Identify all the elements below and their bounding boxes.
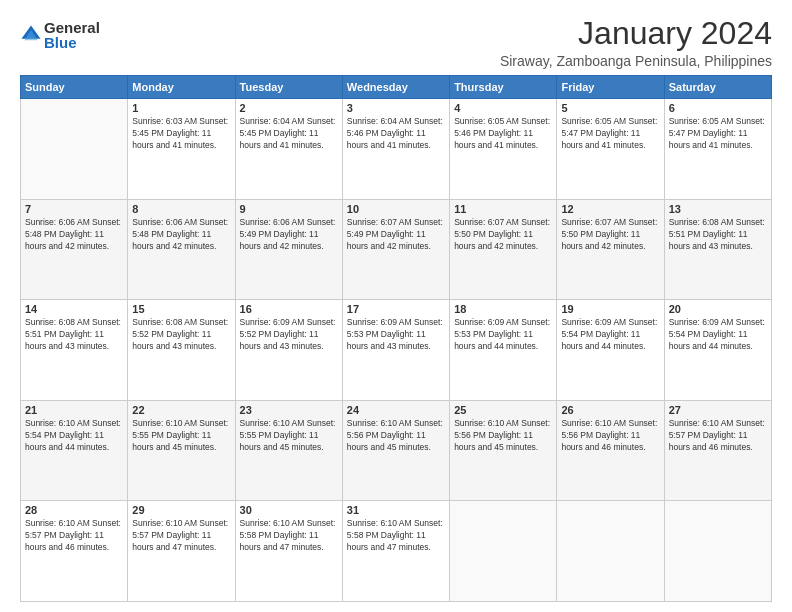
calendar-day-cell: 6Sunrise: 6:05 AM Sunset: 5:47 PM Daylig…	[664, 99, 771, 200]
day-detail: Sunrise: 6:10 AM Sunset: 5:55 PM Dayligh…	[240, 418, 338, 454]
day-detail: Sunrise: 6:05 AM Sunset: 5:46 PM Dayligh…	[454, 116, 552, 152]
day-number: 6	[669, 102, 767, 114]
day-detail: Sunrise: 6:10 AM Sunset: 5:55 PM Dayligh…	[132, 418, 230, 454]
calendar-header-tuesday: Tuesday	[235, 76, 342, 99]
calendar-week-row: 21Sunrise: 6:10 AM Sunset: 5:54 PM Dayli…	[21, 400, 772, 501]
calendar-header-thursday: Thursday	[450, 76, 557, 99]
day-number: 23	[240, 404, 338, 416]
day-detail: Sunrise: 6:08 AM Sunset: 5:52 PM Dayligh…	[132, 317, 230, 353]
logo-general: General	[44, 20, 100, 35]
calendar-day-cell: 28Sunrise: 6:10 AM Sunset: 5:57 PM Dayli…	[21, 501, 128, 602]
calendar-day-cell	[664, 501, 771, 602]
logo-blue: Blue	[44, 35, 100, 50]
day-number: 7	[25, 203, 123, 215]
day-detail: Sunrise: 6:04 AM Sunset: 5:45 PM Dayligh…	[240, 116, 338, 152]
day-detail: Sunrise: 6:10 AM Sunset: 5:57 PM Dayligh…	[669, 418, 767, 454]
day-detail: Sunrise: 6:07 AM Sunset: 5:50 PM Dayligh…	[561, 217, 659, 253]
calendar-day-cell: 29Sunrise: 6:10 AM Sunset: 5:57 PM Dayli…	[128, 501, 235, 602]
calendar-day-cell: 25Sunrise: 6:10 AM Sunset: 5:56 PM Dayli…	[450, 400, 557, 501]
calendar-day-cell: 11Sunrise: 6:07 AM Sunset: 5:50 PM Dayli…	[450, 199, 557, 300]
day-detail: Sunrise: 6:04 AM Sunset: 5:46 PM Dayligh…	[347, 116, 445, 152]
day-detail: Sunrise: 6:03 AM Sunset: 5:45 PM Dayligh…	[132, 116, 230, 152]
calendar-day-cell: 18Sunrise: 6:09 AM Sunset: 5:53 PM Dayli…	[450, 300, 557, 401]
day-number: 24	[347, 404, 445, 416]
calendar-day-cell: 31Sunrise: 6:10 AM Sunset: 5:58 PM Dayli…	[342, 501, 449, 602]
location: Siraway, Zamboanga Peninsula, Philippine…	[500, 53, 772, 69]
calendar-day-cell: 17Sunrise: 6:09 AM Sunset: 5:53 PM Dayli…	[342, 300, 449, 401]
header: General Blue January 2024 Siraway, Zambo…	[20, 16, 772, 69]
day-number: 8	[132, 203, 230, 215]
calendar-day-cell: 14Sunrise: 6:08 AM Sunset: 5:51 PM Dayli…	[21, 300, 128, 401]
calendar-table: SundayMondayTuesdayWednesdayThursdayFrid…	[20, 75, 772, 602]
calendar-day-cell	[450, 501, 557, 602]
day-number: 3	[347, 102, 445, 114]
calendar-week-row: 28Sunrise: 6:10 AM Sunset: 5:57 PM Dayli…	[21, 501, 772, 602]
day-number: 27	[669, 404, 767, 416]
calendar-day-cell: 27Sunrise: 6:10 AM Sunset: 5:57 PM Dayli…	[664, 400, 771, 501]
day-number: 18	[454, 303, 552, 315]
calendar-header-sunday: Sunday	[21, 76, 128, 99]
page: General Blue January 2024 Siraway, Zambo…	[0, 0, 792, 612]
day-detail: Sunrise: 6:08 AM Sunset: 5:51 PM Dayligh…	[25, 317, 123, 353]
calendar-week-row: 7Sunrise: 6:06 AM Sunset: 5:48 PM Daylig…	[21, 199, 772, 300]
logo-text: General Blue	[44, 20, 100, 50]
calendar-header-saturday: Saturday	[664, 76, 771, 99]
calendar-header-friday: Friday	[557, 76, 664, 99]
day-number: 12	[561, 203, 659, 215]
day-detail: Sunrise: 6:06 AM Sunset: 5:48 PM Dayligh…	[132, 217, 230, 253]
calendar-day-cell: 22Sunrise: 6:10 AM Sunset: 5:55 PM Dayli…	[128, 400, 235, 501]
calendar-day-cell: 9Sunrise: 6:06 AM Sunset: 5:49 PM Daylig…	[235, 199, 342, 300]
day-number: 14	[25, 303, 123, 315]
calendar-day-cell: 7Sunrise: 6:06 AM Sunset: 5:48 PM Daylig…	[21, 199, 128, 300]
day-number: 16	[240, 303, 338, 315]
calendar-week-row: 1Sunrise: 6:03 AM Sunset: 5:45 PM Daylig…	[21, 99, 772, 200]
day-number: 1	[132, 102, 230, 114]
title-section: January 2024 Siraway, Zamboanga Peninsul…	[500, 16, 772, 69]
calendar-day-cell: 23Sunrise: 6:10 AM Sunset: 5:55 PM Dayli…	[235, 400, 342, 501]
calendar-day-cell: 26Sunrise: 6:10 AM Sunset: 5:56 PM Dayli…	[557, 400, 664, 501]
day-number: 22	[132, 404, 230, 416]
day-number: 13	[669, 203, 767, 215]
calendar-header-wednesday: Wednesday	[342, 76, 449, 99]
day-detail: Sunrise: 6:10 AM Sunset: 5:56 PM Dayligh…	[347, 418, 445, 454]
day-number: 5	[561, 102, 659, 114]
day-number: 4	[454, 102, 552, 114]
calendar-day-cell	[557, 501, 664, 602]
day-number: 2	[240, 102, 338, 114]
calendar-day-cell	[21, 99, 128, 200]
calendar-header-row: SundayMondayTuesdayWednesdayThursdayFrid…	[21, 76, 772, 99]
calendar-day-cell: 30Sunrise: 6:10 AM Sunset: 5:58 PM Dayli…	[235, 501, 342, 602]
day-detail: Sunrise: 6:05 AM Sunset: 5:47 PM Dayligh…	[561, 116, 659, 152]
day-number: 21	[25, 404, 123, 416]
day-number: 25	[454, 404, 552, 416]
calendar-week-row: 14Sunrise: 6:08 AM Sunset: 5:51 PM Dayli…	[21, 300, 772, 401]
day-detail: Sunrise: 6:09 AM Sunset: 5:53 PM Dayligh…	[347, 317, 445, 353]
day-number: 31	[347, 504, 445, 516]
calendar-day-cell: 21Sunrise: 6:10 AM Sunset: 5:54 PM Dayli…	[21, 400, 128, 501]
day-detail: Sunrise: 6:09 AM Sunset: 5:52 PM Dayligh…	[240, 317, 338, 353]
day-detail: Sunrise: 6:08 AM Sunset: 5:51 PM Dayligh…	[669, 217, 767, 253]
logo: General Blue	[20, 20, 100, 50]
day-detail: Sunrise: 6:10 AM Sunset: 5:57 PM Dayligh…	[25, 518, 123, 554]
calendar-day-cell: 2Sunrise: 6:04 AM Sunset: 5:45 PM Daylig…	[235, 99, 342, 200]
day-detail: Sunrise: 6:07 AM Sunset: 5:50 PM Dayligh…	[454, 217, 552, 253]
day-detail: Sunrise: 6:06 AM Sunset: 5:49 PM Dayligh…	[240, 217, 338, 253]
day-detail: Sunrise: 6:10 AM Sunset: 5:56 PM Dayligh…	[454, 418, 552, 454]
calendar-header-monday: Monday	[128, 76, 235, 99]
day-detail: Sunrise: 6:07 AM Sunset: 5:49 PM Dayligh…	[347, 217, 445, 253]
day-detail: Sunrise: 6:10 AM Sunset: 5:54 PM Dayligh…	[25, 418, 123, 454]
calendar-day-cell: 24Sunrise: 6:10 AM Sunset: 5:56 PM Dayli…	[342, 400, 449, 501]
day-detail: Sunrise: 6:10 AM Sunset: 5:57 PM Dayligh…	[132, 518, 230, 554]
day-number: 26	[561, 404, 659, 416]
calendar-day-cell: 12Sunrise: 6:07 AM Sunset: 5:50 PM Dayli…	[557, 199, 664, 300]
day-number: 20	[669, 303, 767, 315]
calendar-day-cell: 8Sunrise: 6:06 AM Sunset: 5:48 PM Daylig…	[128, 199, 235, 300]
day-detail: Sunrise: 6:09 AM Sunset: 5:53 PM Dayligh…	[454, 317, 552, 353]
day-detail: Sunrise: 6:10 AM Sunset: 5:58 PM Dayligh…	[240, 518, 338, 554]
day-number: 30	[240, 504, 338, 516]
day-number: 19	[561, 303, 659, 315]
calendar-day-cell: 15Sunrise: 6:08 AM Sunset: 5:52 PM Dayli…	[128, 300, 235, 401]
calendar-day-cell: 1Sunrise: 6:03 AM Sunset: 5:45 PM Daylig…	[128, 99, 235, 200]
day-number: 15	[132, 303, 230, 315]
day-number: 17	[347, 303, 445, 315]
